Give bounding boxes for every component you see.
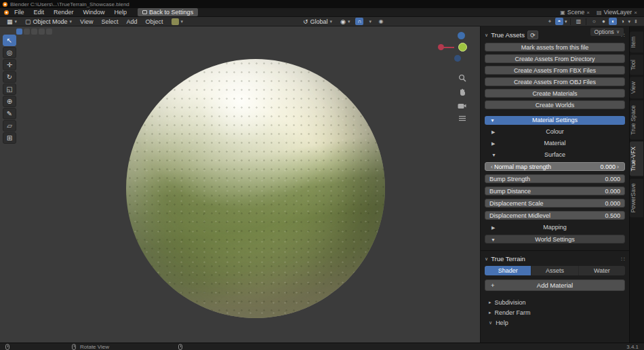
decrement-icon[interactable]: ‹ xyxy=(489,163,494,170)
quick-toggle-icon[interactable] xyxy=(31,28,37,35)
tab-tool[interactable]: Tool xyxy=(630,55,643,75)
scene-selector[interactable]: ▣ Scene × xyxy=(557,9,592,16)
axis-z-icon[interactable] xyxy=(458,32,465,39)
axis-x-icon[interactable] xyxy=(438,44,444,50)
shading-wireframe-button[interactable]: ○ xyxy=(590,18,598,25)
quick-toggle-icon[interactable] xyxy=(24,28,30,35)
show-overlays-toggle[interactable]: ◓ xyxy=(555,18,563,25)
overlays-dropdown[interactable]: ▾ xyxy=(565,19,567,24)
tool-scale[interactable]: ◱ xyxy=(3,83,16,95)
tab-powersave[interactable]: PowerSave xyxy=(630,178,643,217)
create-worlds-button[interactable]: Create Worlds xyxy=(485,100,625,109)
refresh-assets-button[interactable]: ⟳ xyxy=(527,31,538,39)
viewport-3d[interactable]: ↖ ◎ ✛ ↻ ◱ ⊕ ✎ ▱ ⊞ xyxy=(0,26,480,343)
render-farm-subpanel[interactable]: ▸ Render Farm xyxy=(485,307,625,317)
zoom-icon[interactable] xyxy=(458,74,466,82)
tab-true-vfx[interactable]: True-VFX xyxy=(630,142,643,176)
proportional-editing-toggle[interactable]: ◉ xyxy=(377,18,385,25)
options-dropdown[interactable]: Options ∨ xyxy=(590,28,624,36)
tab-true-space[interactable]: True Space xyxy=(630,100,643,140)
menu-edit[interactable]: Edit xyxy=(30,9,49,16)
subdivision-subpanel[interactable]: ▸ Subdivision xyxy=(485,297,625,307)
xray-toggle[interactable]: ▥ xyxy=(574,18,582,25)
menu-view[interactable]: View xyxy=(77,18,96,25)
back-to-settings-button[interactable]: Back to Settings xyxy=(138,8,198,16)
orthographic-grid-icon[interactable] xyxy=(458,115,466,122)
create-assets-directory-button[interactable]: Create Assets From Directory xyxy=(485,54,625,63)
create-materials-button[interactable]: Create Materials xyxy=(485,89,625,98)
header-separator xyxy=(570,18,571,25)
mapping-section-header[interactable]: ▶ Mapping xyxy=(485,223,625,232)
tool-transform[interactable]: ⊕ xyxy=(3,96,16,107)
pause-icon[interactable]: ‖ xyxy=(632,18,640,25)
collapse-icon[interactable]: ∨ xyxy=(485,33,488,38)
menu-select[interactable]: Select xyxy=(98,18,121,25)
panel-drag-handle[interactable]: ∷ xyxy=(621,256,625,262)
show-gizmo-toggle[interactable]: ⌖ xyxy=(546,18,554,25)
increment-icon[interactable]: › xyxy=(616,163,620,170)
transform-orientation-dropdown[interactable]: ↺ Global ▾ xyxy=(300,18,335,25)
menu-object[interactable]: Object xyxy=(142,18,165,25)
normal-map-strength-slider[interactable]: ‹ Normal map strength 0.000 › xyxy=(485,162,625,171)
pivot-point-dropdown[interactable]: ◉ ▾ xyxy=(338,18,353,25)
snap-toggle[interactable]: ∩ xyxy=(355,18,363,25)
blender-menu-icon[interactable] xyxy=(4,10,9,15)
quick-toggle-icon[interactable] xyxy=(39,28,45,35)
tool-move[interactable]: ✛ xyxy=(3,59,16,71)
menu-render[interactable]: Render xyxy=(49,9,78,16)
scene-unlink-icon[interactable]: × xyxy=(586,9,590,16)
menu-window[interactable]: Window xyxy=(79,9,109,16)
pan-hand-icon[interactable] xyxy=(458,88,466,96)
shading-solid-button[interactable]: ● xyxy=(599,18,607,25)
tool-select-box[interactable]: ↖ xyxy=(3,35,16,46)
tool-cursor[interactable]: ◎ xyxy=(3,47,16,58)
true-terrain-panel-header[interactable]: ∨ True Terrain ∷ xyxy=(485,255,625,262)
camera-icon[interactable] xyxy=(458,102,466,109)
editor-type-button[interactable]: ▦ ▾ xyxy=(4,18,20,25)
help-subpanel[interactable]: ∨ Help xyxy=(485,317,625,328)
tab-item[interactable]: Item xyxy=(630,32,643,53)
navigation-gizmo[interactable] xyxy=(438,32,469,67)
create-assets-fbx-button[interactable]: Create Assets From FBX Files xyxy=(485,66,625,75)
tab-water[interactable]: Water xyxy=(579,266,625,275)
viewlayer-selector[interactable]: ▤ ViewLayer × xyxy=(594,9,640,16)
displacement-midlevel-slider[interactable]: Displacement Midlevel 0.500 xyxy=(485,211,625,220)
quick-toggle-icon[interactable] xyxy=(46,28,52,35)
collapsed-icon: ▶ xyxy=(491,128,495,136)
colour-section-header[interactable]: ▶ Colour xyxy=(485,128,625,136)
textured-sphere-object[interactable] xyxy=(126,59,385,318)
shading-dropdown[interactable]: ▾ xyxy=(628,19,630,24)
tool-add-cube[interactable]: ⊞ xyxy=(3,132,16,144)
shading-rendered-button[interactable]: ◑ xyxy=(618,18,626,25)
world-settings-header[interactable]: ▼ World Settings xyxy=(485,235,625,244)
bump-strength-slider[interactable]: Bump Strength 0.000 xyxy=(485,174,625,183)
viewlayer-remove-icon[interactable]: × xyxy=(634,9,637,16)
expanded-icon: ▼ xyxy=(491,151,496,159)
tool-annotate[interactable]: ✎ xyxy=(3,108,16,119)
quick-toggle-icon[interactable] xyxy=(16,28,22,35)
snap-settings-dropdown[interactable]: ▾ xyxy=(366,19,374,24)
active-tool-chip[interactable]: ▾ xyxy=(169,18,186,25)
viewport-nav-tools xyxy=(458,74,466,122)
surface-section-header[interactable]: ▼ Surface xyxy=(485,151,625,159)
mode-dropdown[interactable]: ▢ Object Mode ▾ xyxy=(22,18,75,25)
shading-material-preview-button[interactable]: ◐ xyxy=(609,18,617,25)
mark-assets-button[interactable]: Mark assets from this file xyxy=(485,43,625,52)
tab-shader[interactable]: Shader xyxy=(485,266,531,275)
material-settings-header[interactable]: ▼ Material Settings xyxy=(485,116,625,125)
menu-add[interactable]: Add xyxy=(123,18,140,25)
tab-assets[interactable]: Assets xyxy=(531,266,578,275)
displacement-scale-slider[interactable]: Displacement Scale 0.000 xyxy=(485,199,625,208)
tool-rotate[interactable]: ↻ xyxy=(3,71,16,83)
axis-negative-icon[interactable] xyxy=(454,55,461,62)
bump-distance-slider[interactable]: Bump Distance 0.000 xyxy=(485,187,625,195)
menu-help[interactable]: Help xyxy=(110,9,132,16)
tool-measure[interactable]: ▱ xyxy=(3,120,16,132)
tab-view[interactable]: View xyxy=(630,77,643,98)
axis-y-icon[interactable] xyxy=(458,43,467,52)
add-material-button[interactable]: + Add Material xyxy=(485,279,625,291)
collapse-icon[interactable]: ∨ xyxy=(485,256,488,262)
create-assets-obj-button[interactable]: Create Assets From OBJ Files xyxy=(485,77,625,86)
material-section-header[interactable]: ▶ Material xyxy=(485,139,625,148)
menu-file[interactable]: File xyxy=(10,9,28,16)
